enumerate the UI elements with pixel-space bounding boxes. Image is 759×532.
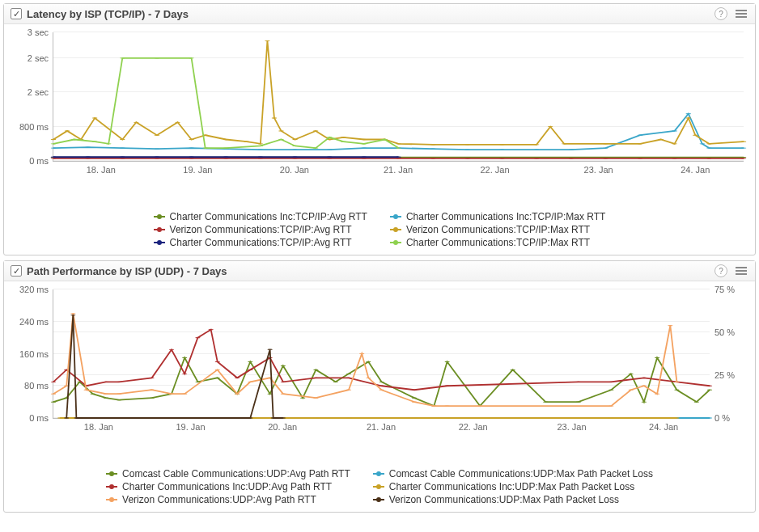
svg-point-91 bbox=[534, 144, 540, 145]
svg-point-30 bbox=[361, 147, 367, 148]
svg-point-50 bbox=[257, 158, 263, 158]
svg-point-80 bbox=[278, 130, 284, 131]
legend-item[interactable]: Charter Communications Inc:UDP:Max Path … bbox=[373, 481, 653, 492]
svg-point-108 bbox=[257, 157, 263, 158]
svg-point-177 bbox=[235, 378, 240, 378]
svg-point-89 bbox=[464, 144, 470, 145]
x-tick: 20. Jan bbox=[268, 422, 297, 432]
svg-point-112 bbox=[396, 157, 401, 158]
svg-point-107 bbox=[223, 157, 229, 158]
svg-point-178 bbox=[248, 369, 252, 370]
svg-point-154 bbox=[444, 361, 449, 362]
svg-point-176 bbox=[215, 361, 220, 362]
svg-point-208 bbox=[366, 378, 371, 378]
svg-point-205 bbox=[313, 398, 318, 399]
svg-point-248 bbox=[70, 315, 75, 315]
svg-point-146 bbox=[300, 398, 305, 399]
checkbox-icon[interactable]: ✓ bbox=[11, 265, 22, 277]
legend-label: Verizon Communications:UDP:Max Path Pack… bbox=[389, 494, 619, 505]
legend-item[interactable]: Verizon Communications:TCP/IP:Max RTT bbox=[390, 224, 606, 235]
svg-point-81 bbox=[292, 139, 298, 140]
svg-point-58 bbox=[534, 158, 540, 158]
svg-point-163 bbox=[674, 390, 679, 391]
svg-point-207 bbox=[359, 353, 364, 354]
svg-point-213 bbox=[608, 405, 613, 406]
help-icon[interactable]: ? bbox=[714, 264, 727, 277]
svg-point-251 bbox=[248, 417, 252, 418]
svg-point-244 bbox=[608, 417, 613, 418]
svg-point-100 bbox=[706, 143, 712, 144]
checkbox-icon[interactable]: ✓ bbox=[11, 8, 22, 19]
svg-point-21 bbox=[51, 147, 57, 148]
svg-point-121 bbox=[223, 147, 229, 148]
svg-point-42 bbox=[706, 147, 712, 148]
svg-point-41 bbox=[699, 143, 705, 144]
svg-point-175 bbox=[208, 329, 213, 330]
svg-point-63 bbox=[706, 158, 712, 158]
legend-swatch-icon bbox=[106, 486, 117, 488]
svg-point-70 bbox=[134, 122, 139, 123]
legend-item[interactable]: Verizon Communications:TCP/IP:Avg RTT bbox=[154, 224, 367, 235]
svg-point-211 bbox=[431, 405, 436, 406]
x-tick: 24. Jan bbox=[681, 165, 710, 175]
svg-point-118 bbox=[155, 57, 160, 58]
legend-item[interactable]: Verizon Communications:UDP:Avg Path RTT bbox=[106, 494, 350, 505]
svg-point-199 bbox=[182, 394, 187, 395]
svg-point-27 bbox=[257, 150, 263, 150]
panel-latency-tcpip: ✓ Latency by ISP (TCP/IP) - 7 Days ? 0 m… bbox=[3, 3, 756, 255]
svg-point-101 bbox=[741, 141, 747, 142]
svg-point-157 bbox=[543, 401, 548, 402]
legend-label: Comcast Cable Communications:UDP:Avg Pat… bbox=[122, 468, 350, 479]
legend-item[interactable]: Charter Communications:TCP/IP:Avg RTT bbox=[154, 237, 367, 248]
svg-point-92 bbox=[548, 126, 553, 127]
legend-swatch-icon bbox=[106, 473, 117, 475]
svg-point-93 bbox=[562, 143, 567, 144]
legend-item[interactable]: Comcast Cable Communications:UDP:Max Pat… bbox=[373, 468, 653, 479]
plot-area[interactable]: 0 ms 0 % 80 ms 25 % 160 ms 50 % 240 ms 3… bbox=[53, 289, 710, 419]
legend-item[interactable]: Charter Communications Inc:TCP/IP:Avg RT… bbox=[154, 211, 367, 222]
legend: Comcast Cable Communications:UDP:Avg Pat… bbox=[4, 463, 755, 512]
svg-point-204 bbox=[281, 394, 286, 395]
svg-point-214 bbox=[628, 390, 633, 391]
svg-point-158 bbox=[576, 401, 581, 402]
legend-item[interactable]: Comcast Cable Communications:UDP:Avg Pat… bbox=[106, 468, 350, 479]
x-tick: 21. Jan bbox=[384, 165, 413, 175]
svg-point-141 bbox=[215, 378, 220, 378]
svg-point-149 bbox=[346, 374, 351, 374]
chart-series bbox=[53, 32, 744, 161]
svg-point-172 bbox=[169, 349, 174, 350]
svg-point-200 bbox=[215, 369, 220, 370]
help-icon[interactable]: ? bbox=[714, 7, 727, 20]
svg-point-134 bbox=[90, 394, 95, 395]
legend-item[interactable]: Charter Communications Inc:UDP:Avg Path … bbox=[106, 481, 350, 492]
svg-point-122 bbox=[257, 146, 263, 146]
svg-point-187 bbox=[608, 382, 613, 382]
svg-point-123 bbox=[278, 139, 284, 140]
legend-swatch-icon bbox=[390, 216, 401, 217]
legend-item[interactable]: Verizon Communications:UDP:Max Path Pack… bbox=[373, 494, 653, 505]
svg-point-78 bbox=[265, 40, 270, 41]
plot-area[interactable]: 0 ms 800 ms 2 sec 2 sec 3 sec bbox=[53, 32, 744, 162]
x-tick: 19. Jan bbox=[183, 165, 212, 175]
svg-point-97 bbox=[672, 143, 677, 144]
svg-point-87 bbox=[396, 143, 401, 144]
svg-point-96 bbox=[658, 139, 664, 140]
legend-item[interactable]: Charter Communications Inc:TCP/IP:Max RT… bbox=[390, 211, 606, 222]
svg-point-22 bbox=[85, 146, 91, 147]
svg-point-59 bbox=[568, 158, 574, 158]
svg-point-125 bbox=[313, 147, 319, 148]
hamburger-menu-icon[interactable] bbox=[734, 265, 748, 277]
x-tick: 18. Jan bbox=[84, 422, 113, 432]
legend-item[interactable]: Charter Communications:TCP/IP:Max RTT bbox=[390, 237, 606, 248]
svg-point-147 bbox=[313, 369, 318, 370]
svg-point-164 bbox=[694, 401, 699, 402]
svg-point-124 bbox=[292, 146, 298, 146]
y2-tick: 25 % bbox=[714, 370, 735, 380]
svg-point-40 bbox=[685, 113, 691, 114]
legend-swatch-icon bbox=[390, 242, 401, 243]
svg-point-103 bbox=[85, 157, 91, 158]
svg-point-44 bbox=[51, 158, 57, 158]
svg-point-174 bbox=[195, 337, 200, 338]
legend-label: Charter Communications Inc:TCP/IP:Max RT… bbox=[406, 211, 606, 222]
hamburger-menu-icon[interactable] bbox=[734, 8, 748, 19]
